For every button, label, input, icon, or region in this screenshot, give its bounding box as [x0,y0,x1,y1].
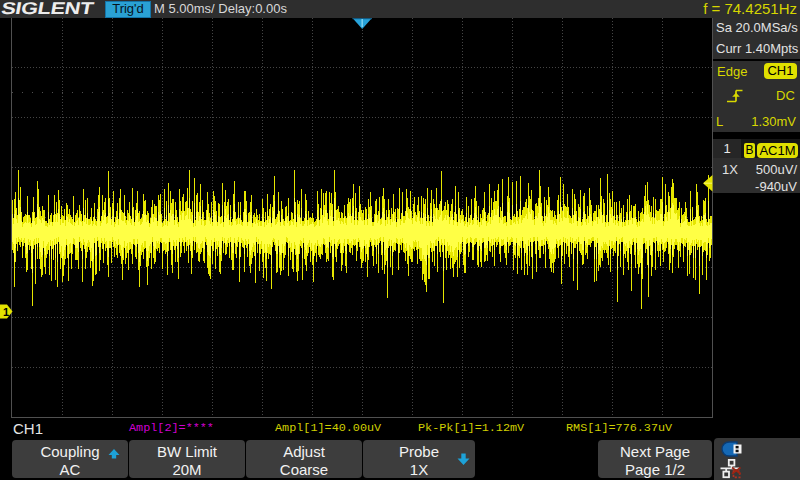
svg-text:1: 1 [3,306,9,318]
